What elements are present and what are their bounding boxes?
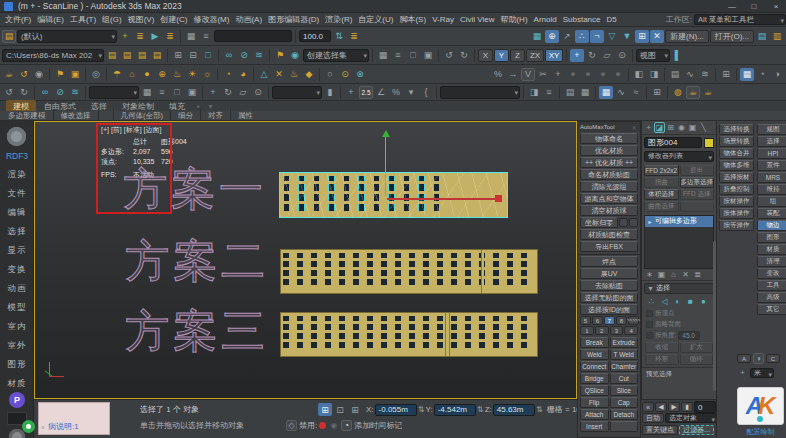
layer-manager-icon[interactable] [668, 68, 682, 81]
keyboard-shortcut-icon[interactable] [286, 420, 297, 431]
redo-icon[interactable] [457, 49, 471, 62]
nav-orbit-icon[interactable] [753, 353, 764, 364]
rp-scene-convert-button[interactable]: 场景转换 [719, 136, 754, 147]
panel-polygon-modeling[interactable]: 多边形建模 [4, 111, 50, 121]
autotool-strip-points-button[interactable]: 游离点和空物体 [580, 193, 638, 204]
axis-x-button[interactable]: X [478, 49, 493, 62]
configure-sets-icon[interactable] [692, 269, 703, 280]
folder-icon[interactable] [105, 49, 119, 62]
link-icon[interactable] [222, 49, 236, 62]
vertex-subobject-icon[interactable] [646, 296, 657, 307]
pivot-icon[interactable] [615, 49, 629, 62]
brace-icon[interactable] [419, 86, 433, 99]
sphere-icon[interactable] [323, 68, 337, 81]
rail-item-display[interactable]: 显示 [0, 245, 34, 257]
rp-cat-shapes[interactable]: 图形 [757, 232, 786, 243]
align-icon[interactable] [647, 68, 661, 81]
mod-volselect-button[interactable]: 体积选择 [644, 189, 679, 200]
rp-by-mat-op-button[interactable]: 按材操作 [719, 196, 754, 207]
gizmo-y-axis[interactable] [385, 136, 386, 196]
autotool-zero-z-button[interactable] [629, 218, 638, 227]
selected-objects-dropdown[interactable]: 选定对象 [665, 413, 717, 423]
align2-icon[interactable] [542, 86, 556, 99]
gizmo-x-handle[interactable] [495, 195, 502, 202]
menu-rendering[interactable]: 渲染(R) [322, 14, 355, 25]
mod-twist-button[interactable]: 扭曲 [644, 177, 679, 188]
nav-a-button[interactable]: A [737, 354, 751, 363]
isolate-toggle-icon[interactable] [318, 403, 332, 416]
rp-by-group-op-button[interactable]: 按等操作 [719, 220, 754, 231]
poly-qslice-button[interactable]: QSlice [580, 385, 609, 396]
autotool-optimize-mat2-button[interactable]: ++ 优化材质 ++ [580, 157, 638, 168]
rp2-button-2[interactable]: 选择 [757, 136, 786, 147]
rail-item-transform[interactable]: 变换 [0, 264, 34, 276]
show-end-result-icon[interactable] [656, 269, 667, 280]
panel-subdivision[interactable]: 细分 [174, 111, 197, 121]
autotool-id6-button[interactable]: 6 [592, 316, 603, 325]
rotate-icon[interactable] [585, 49, 599, 62]
move-icon[interactable] [570, 49, 584, 62]
dome-light-icon[interactable] [125, 68, 139, 81]
curve-editor-icon[interactable] [683, 68, 697, 81]
folder3-icon[interactable] [135, 49, 149, 62]
ignore-backfacing-checkbox[interactable] [646, 321, 653, 328]
time-tag-icon[interactable] [341, 420, 352, 431]
modifier-list-dropdown[interactable]: 修改器列表 [644, 151, 714, 162]
ribbon-toggle-icon[interactable] [599, 86, 613, 99]
y-coordinate-field[interactable]: -4.542m [434, 404, 476, 416]
select-region-icon[interactable] [171, 49, 185, 62]
make-unique-icon[interactable] [668, 269, 679, 280]
autotool-rename-button[interactable]: 物体命名 [580, 133, 638, 144]
mod-ffd-button[interactable]: FFD 2x2x2 [644, 165, 679, 176]
building-plan3[interactable] [280, 312, 538, 357]
tri-solid-icon[interactable] [620, 30, 634, 43]
border-subobject-icon[interactable] [672, 296, 683, 307]
rp-cat-tools[interactable]: 工具 [757, 280, 786, 291]
autotool-strip-maps-button[interactable]: 去除贴图 [580, 280, 638, 291]
pivot2-icon[interactable] [323, 86, 337, 99]
autotool-id2-button[interactable]: 2 [595, 326, 609, 335]
tri-down-icon[interactable] [605, 30, 619, 43]
video-icon[interactable] [89, 68, 103, 81]
poly-cut-button[interactable]: Cut [610, 373, 639, 384]
gizmo-x-axis[interactable] [387, 198, 499, 200]
poly-flip-button[interactable]: Flip [580, 397, 609, 408]
save-icon[interactable] [755, 30, 769, 43]
display-tab-icon[interactable] [687, 122, 698, 133]
use-center-icon[interactable] [671, 49, 685, 62]
rp-sel-by-mat-button[interactable]: 选择按材 [719, 172, 754, 183]
folder2-icon[interactable] [120, 49, 134, 62]
poly-detach-button[interactable]: Detach [610, 409, 639, 420]
play-button[interactable]: ▶ [668, 402, 680, 412]
rp-collapse-button[interactable]: 折叠控制 [719, 184, 754, 195]
rp-cat-materials[interactable]: 材质 [757, 244, 786, 255]
rail-p-badge[interactable]: P [9, 392, 25, 408]
autotool-weld-button[interactable]: 焊点 [580, 256, 638, 267]
rail-item-render[interactable]: 渲染 [0, 169, 34, 181]
menu-tools[interactable]: 工具(T) [67, 14, 99, 25]
note-box[interactable]: 病说明:1 [38, 402, 110, 435]
umbrella-light-icon[interactable] [110, 68, 124, 81]
maximize-icon[interactable] [744, 0, 764, 12]
hot-icon[interactable] [170, 68, 184, 81]
polygon-subobject-icon[interactable] [685, 296, 696, 307]
rail-item-file[interactable]: 文件 [0, 188, 34, 200]
autotool-name-maps-button[interactable]: 命名材质贴图 [580, 169, 638, 180]
ref-coord-dropdown[interactable]: 视图 [636, 49, 670, 62]
mod-polyselect-button[interactable]: 多边形选择 [680, 177, 715, 188]
workspace-dropdown[interactable]: Alt 菜单和工具栏 [694, 14, 786, 25]
autotool-more-button[interactable]: >>>>> [628, 316, 639, 325]
set-key-button[interactable]: 置关键点 [642, 425, 678, 435]
select-by-name-icon[interactable] [391, 49, 405, 62]
mirror-icon[interactable] [632, 68, 646, 81]
poly-bridge-button[interactable]: Bridge [580, 373, 609, 384]
autotool-zero-coords-button[interactable]: 坐标归零 [580, 217, 618, 228]
scale2-icon[interactable] [236, 86, 250, 99]
teapot-icon[interactable] [2, 68, 16, 81]
compound-icon[interactable] [338, 68, 352, 81]
offset-mode-icon[interactable] [348, 403, 362, 416]
go-end-button[interactable]: ▮ [681, 402, 693, 412]
percent-field[interactable]: 100.0 [299, 30, 331, 42]
redo2-icon[interactable] [17, 86, 31, 99]
menu-vray[interactable]: V-Ray [429, 15, 457, 24]
